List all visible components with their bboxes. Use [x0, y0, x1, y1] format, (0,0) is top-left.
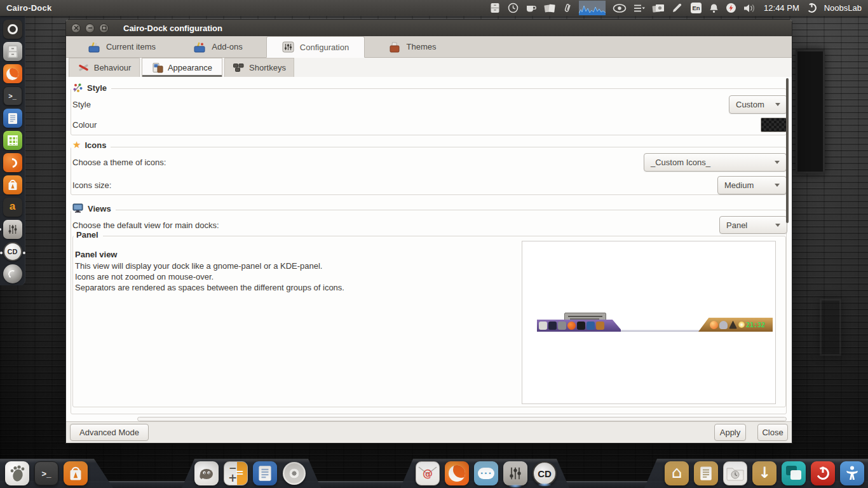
- workspaces-icon[interactable]: [782, 461, 806, 485]
- cairo-dock-settings-icon[interactable]: [503, 461, 527, 485]
- panel-frame-legend: Panel: [74, 230, 103, 240]
- icons-section-legend: ★ Icons: [71, 140, 111, 150]
- drawer-icon[interactable]: [489, 3, 501, 13]
- panel-clock[interactable]: 12:44 PM: [764, 3, 799, 13]
- style-label: Style: [72, 95, 91, 114]
- volume-icon[interactable]: [743, 3, 757, 13]
- preview-icon: [577, 322, 585, 330]
- window-footer: Advanced Mode Apply Close: [66, 421, 792, 443]
- recent-folder-icon[interactable]: [723, 461, 747, 485]
- firefox-icon[interactable]: [445, 461, 469, 485]
- close-button-footer[interactable]: Close: [757, 424, 788, 441]
- eye-icon[interactable]: [613, 4, 627, 13]
- calc-grid: [8, 135, 18, 146]
- downloads-folder-icon[interactable]: ↓: [752, 461, 776, 485]
- maximize-button[interactable]: [99, 24, 109, 33]
- software-center-icon[interactable]: [64, 461, 88, 485]
- gnome-foot-icon[interactable]: [5, 461, 29, 485]
- terminal-icon[interactable]: >_: [34, 461, 58, 485]
- tab-appearance[interactable]: Appearance: [142, 58, 222, 77]
- media-disc-icon[interactable]: [282, 461, 306, 485]
- documents-folder-icon[interactable]: [694, 461, 718, 485]
- gray-sphere-icon[interactable]: [3, 264, 22, 283]
- panel-view-line3: Separators are rendered as spaces betwee…: [75, 283, 344, 292]
- notes-icon[interactable]: [544, 3, 556, 13]
- terminal-icon[interactable]: >_: [3, 86, 22, 105]
- accessibility-icon[interactable]: [840, 461, 864, 485]
- tab-behaviour[interactable]: Behaviour: [69, 58, 140, 77]
- style-dropdown[interactable]: Custom: [729, 95, 787, 114]
- cairo-dock-icon[interactable]: CD: [3, 242, 22, 261]
- paperclip-icon[interactable]: [563, 3, 572, 13]
- ubuntu-dash-icon[interactable]: [3, 20, 22, 39]
- calculator-icon[interactable]: − + =: [224, 461, 248, 485]
- home-folder-icon[interactable]: ⌂: [665, 461, 689, 485]
- orange-media-app-icon[interactable]: [3, 153, 22, 172]
- tab-current-items[interactable]: Current items: [74, 36, 170, 57]
- shortkeys-icon: [233, 63, 245, 72]
- bottom-dock-group-3: @ ••• CD: [400, 459, 569, 488]
- messaging-icon[interactable]: •••: [474, 461, 498, 485]
- cairo-dock-icon[interactable]: CD: [532, 461, 557, 485]
- amazon-icon[interactable]: a: [3, 198, 22, 217]
- themes-box-icon: [389, 41, 401, 53]
- libreoffice-writer-icon[interactable]: [3, 109, 22, 128]
- preview-icon: [548, 322, 557, 330]
- icon-theme-dropdown[interactable]: _Custom Icons_: [644, 153, 787, 172]
- sliders-shape: [7, 224, 18, 235]
- folder-clock-shape: [726, 465, 745, 482]
- top-panel: Cairo-Dock En 12:44 PM NoobsLab: [0, 0, 868, 16]
- close-button[interactable]: [71, 24, 81, 33]
- tab-shortkeys[interactable]: Shortkeys: [224, 58, 294, 77]
- icons-size-dropdown[interactable]: Medium: [717, 176, 787, 194]
- file-cabinet-icon[interactable]: [3, 42, 22, 61]
- window-titlebar[interactable]: Cairo-Dock configuration: [66, 20, 792, 36]
- default-view-dropdown[interactable]: Panel: [719, 216, 787, 234]
- firefox-icon[interactable]: [3, 64, 22, 83]
- power-symbol: [815, 465, 831, 482]
- dropdown-value: Custom: [736, 100, 764, 109]
- minimize-button[interactable]: [85, 24, 95, 33]
- apply-button[interactable]: Apply: [714, 424, 746, 441]
- libreoffice-writer-icon[interactable]: [253, 461, 277, 485]
- tooltip-text-smudge: [570, 318, 599, 320]
- vertical-scrollbar[interactable]: [786, 78, 789, 223]
- dropdown-value: Panel: [726, 220, 747, 230]
- preview-icon-firefox: [710, 321, 718, 329]
- building-window-decoration: [820, 299, 841, 356]
- shutdown-icon[interactable]: [811, 461, 835, 485]
- preview-icon: [587, 322, 595, 330]
- horizontal-scrollbar[interactable]: [137, 417, 787, 421]
- session-menu-icon[interactable]: [634, 4, 645, 13]
- tab-configuration[interactable]: Configuration: [266, 36, 365, 58]
- colour-swatch-button[interactable]: [761, 118, 787, 132]
- session-power-icon[interactable]: [806, 3, 817, 13]
- preview-icon: [596, 322, 604, 330]
- clock-icon[interactable]: [508, 3, 519, 13]
- panel-username[interactable]: NoobsLab: [824, 3, 862, 13]
- email-icon[interactable]: @: [416, 461, 440, 485]
- power-status-icon[interactable]: [726, 3, 736, 13]
- tab-themes[interactable]: Themes: [365, 36, 460, 57]
- tab-label: Appearance: [168, 63, 212, 72]
- bottom-dock-group-4: ⌂ ↓: [644, 459, 868, 488]
- advanced-mode-button[interactable]: Advanced Mode: [70, 424, 149, 441]
- cairo-dock-settings-icon[interactable]: [3, 220, 22, 239]
- active-indicator-dot: [0, 252, 3, 254]
- system-monitor-graph-icon[interactable]: [579, 1, 606, 15]
- tab-add-ons[interactable]: Add-ons: [170, 36, 266, 57]
- running-indicator-glow: [508, 484, 522, 488]
- tablet-pen-icon[interactable]: [672, 3, 683, 13]
- software-center-icon[interactable]: [3, 175, 22, 194]
- main-tab-bar: Current items Add-ons Configuration Them…: [66, 36, 792, 58]
- keyboard-layout-indicator[interactable]: En: [690, 2, 702, 14]
- monitor-icon: [72, 203, 84, 214]
- notifications-bell-icon[interactable]: [709, 3, 719, 13]
- photos-icon[interactable]: [652, 3, 665, 13]
- chevron-down-icon: [775, 184, 780, 187]
- coffee-cup-icon[interactable]: [526, 3, 537, 13]
- icons-size-label: Icons size:: [72, 176, 111, 194]
- gimp-icon[interactable]: [194, 461, 219, 485]
- libreoffice-calc-icon[interactable]: [3, 131, 22, 150]
- gimp-wilber: [198, 466, 215, 481]
